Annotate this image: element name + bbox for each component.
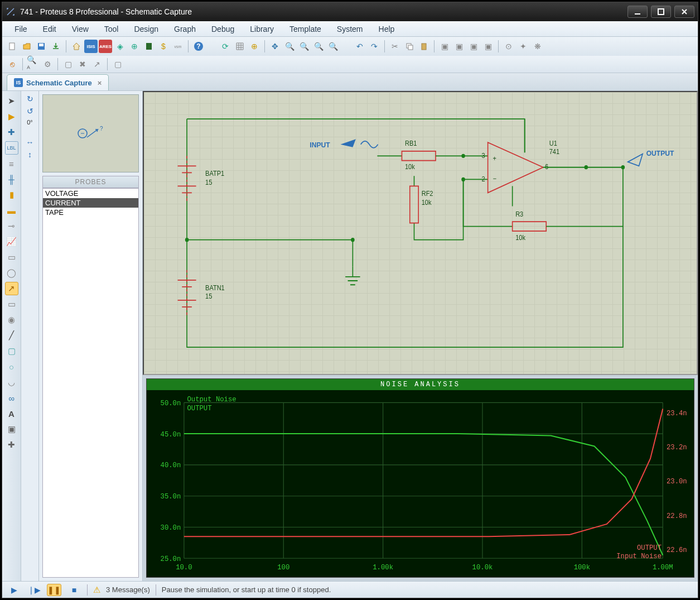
path-icon[interactable]: ∞ xyxy=(5,391,18,405)
3d-icon[interactable]: ◈ xyxy=(113,40,127,53)
menu-tool[interactable]: Tool xyxy=(96,22,127,36)
menu-design[interactable]: Design xyxy=(126,22,166,36)
subcircuit-icon[interactable]: ▮ xyxy=(5,188,18,201)
cut-icon[interactable]: ✂ xyxy=(388,40,402,53)
new-icon[interactable] xyxy=(6,40,19,53)
message-count[interactable]: 3 Message(s) xyxy=(106,585,150,594)
step-button[interactable]: ❘▶ xyxy=(27,584,41,596)
mirror-h-icon[interactable]: ↔ xyxy=(26,138,34,147)
netlist-icon[interactable]: ▢ xyxy=(111,57,124,71)
undo-icon[interactable]: ↶ xyxy=(353,40,366,53)
zoom-fit-icon[interactable]: 🔍 xyxy=(312,40,325,53)
pause-button[interactable]: ❚❚ xyxy=(47,584,61,596)
play-button[interactable]: ▶ xyxy=(7,584,21,596)
graph-mode-icon[interactable]: 📈 xyxy=(5,235,18,248)
gerber-icon[interactable]: ⊕ xyxy=(128,40,141,53)
side-panel: ? PROBES VOLTAGE CURRENT TAPE xyxy=(39,91,143,581)
component-mode-icon[interactable]: ▶ xyxy=(5,110,18,123)
list-item[interactable]: TAPE xyxy=(43,208,138,217)
menu-system[interactable]: System xyxy=(329,22,371,36)
label-mode-icon[interactable]: LBL xyxy=(5,141,18,155)
rotate-ccw-icon[interactable]: ↺ xyxy=(27,107,33,116)
redo-icon[interactable]: ↷ xyxy=(368,40,381,53)
maximize-button[interactable] xyxy=(651,6,671,18)
probe-mode-icon[interactable]: ↗ xyxy=(5,282,18,295)
vsm-icon[interactable]: vsm xyxy=(171,40,185,53)
close-button[interactable] xyxy=(674,6,694,18)
rotate-cw-icon[interactable]: ↻ xyxy=(27,94,33,103)
menu-file[interactable]: File xyxy=(7,22,35,36)
generator-icon[interactable]: ◯ xyxy=(5,266,18,280)
open-icon[interactable] xyxy=(20,40,33,53)
menu-help[interactable]: Help xyxy=(371,22,403,36)
zoom-in-icon[interactable]: 🔍 xyxy=(283,40,296,53)
stop-button[interactable]: ■ xyxy=(67,584,81,596)
isis-icon[interactable]: ISIS xyxy=(84,40,98,53)
make-icon[interactable]: ✦ xyxy=(516,40,530,53)
probes-list[interactable]: VOLTAGE CURRENT TAPE xyxy=(42,188,139,578)
origin-icon[interactable]: ⊕ xyxy=(248,40,261,53)
selection-mode-icon[interactable]: ➤ xyxy=(5,94,18,108)
new-sheet-icon[interactable]: ▢ xyxy=(61,57,75,71)
svg-text:OUTPUT: OUTPUT xyxy=(646,150,674,158)
bus-mode-icon[interactable]: ╫ xyxy=(5,172,18,186)
svg-text:OUTPUT: OUTPUT xyxy=(637,544,662,552)
arc-icon[interactable]: ◡ xyxy=(5,376,18,389)
block-rotate-icon[interactable]: ▣ xyxy=(467,40,480,53)
pan-icon[interactable]: ✥ xyxy=(268,40,282,53)
search-icon[interactable]: 🔍ᴬ xyxy=(26,57,40,71)
dollar-icon[interactable]: $ xyxy=(157,40,170,53)
tab-close-icon[interactable]: × xyxy=(98,79,102,87)
menu-library[interactable]: Library xyxy=(242,22,282,36)
text-icon[interactable]: A xyxy=(5,407,18,420)
svg-text:Input Noise: Input Noise xyxy=(616,553,662,561)
wire-tool-icon[interactable]: ⎋ xyxy=(6,57,19,71)
auto-icon[interactable]: ⚙ xyxy=(41,57,54,71)
pick-icon[interactable]: ⊙ xyxy=(502,40,515,53)
zoom-out-icon[interactable]: 🔍 xyxy=(297,40,311,53)
list-item[interactable]: VOLTAGE xyxy=(43,189,138,198)
text-script-icon[interactable]: ≡ xyxy=(5,157,18,170)
mirror-v-icon[interactable]: ↕ xyxy=(28,150,32,159)
rotation-angle[interactable]: 0° xyxy=(27,119,33,126)
paste-icon[interactable] xyxy=(417,40,431,53)
menu-template[interactable]: Template xyxy=(282,22,329,36)
refresh-icon[interactable]: ⟳ xyxy=(219,40,232,53)
block-copy-icon[interactable]: ▣ xyxy=(438,40,451,53)
zoom-area-icon[interactable]: 🔍 xyxy=(326,40,340,53)
menu-edit[interactable]: Edit xyxy=(35,22,64,36)
copy-icon[interactable] xyxy=(403,40,416,53)
instrument-icon[interactable]: ▭ xyxy=(5,297,18,311)
del-sheet-icon[interactable]: ✖ xyxy=(76,57,89,71)
block-delete-icon[interactable]: ▣ xyxy=(481,40,495,53)
menu-debug[interactable]: Debug xyxy=(204,22,242,36)
bom-icon[interactable] xyxy=(142,40,156,53)
box-icon[interactable]: ▢ xyxy=(5,344,18,358)
home-icon[interactable] xyxy=(70,40,83,53)
symbol-icon[interactable]: ▣ xyxy=(5,423,18,436)
line-icon[interactable]: ╱ xyxy=(5,329,18,342)
pin-icon[interactable]: ⊸ xyxy=(5,219,18,233)
circle-icon[interactable]: ○ xyxy=(5,360,18,373)
goto-sheet-icon[interactable]: ↗ xyxy=(90,57,104,71)
help-icon[interactable]: ? xyxy=(192,40,205,53)
junction-mode-icon[interactable]: ✚ xyxy=(5,126,18,139)
minimize-button[interactable] xyxy=(627,6,648,18)
schematic-canvas[interactable]: BATP1 15 BATN1 15 INPUT RB1 xyxy=(143,91,698,375)
tape-icon[interactable]: ▭ xyxy=(5,251,18,264)
marker-icon[interactable]: ✚ xyxy=(5,438,18,452)
import-icon[interactable] xyxy=(49,40,62,53)
menu-view[interactable]: View xyxy=(64,22,96,36)
ares-icon[interactable]: ARES xyxy=(99,40,112,53)
menu-graph[interactable]: Graph xyxy=(166,22,204,36)
terminal-icon[interactable]: ▬ xyxy=(5,204,18,217)
block-move-icon[interactable]: ▣ xyxy=(452,40,466,53)
list-item[interactable]: CURRENT xyxy=(43,198,138,208)
svg-text:45.0n: 45.0n xyxy=(161,431,181,439)
save-icon[interactable] xyxy=(35,40,48,53)
package-icon[interactable]: ❋ xyxy=(531,40,544,53)
tab-schematic[interactable]: IS Schematic Capture × xyxy=(7,74,109,90)
grid-icon[interactable] xyxy=(233,40,247,53)
noise-analysis-graph[interactable]: NOISE ANALYSIS 50.0n 45.0n 40. xyxy=(146,378,694,578)
actuator-icon[interactable]: ◉ xyxy=(5,313,18,327)
